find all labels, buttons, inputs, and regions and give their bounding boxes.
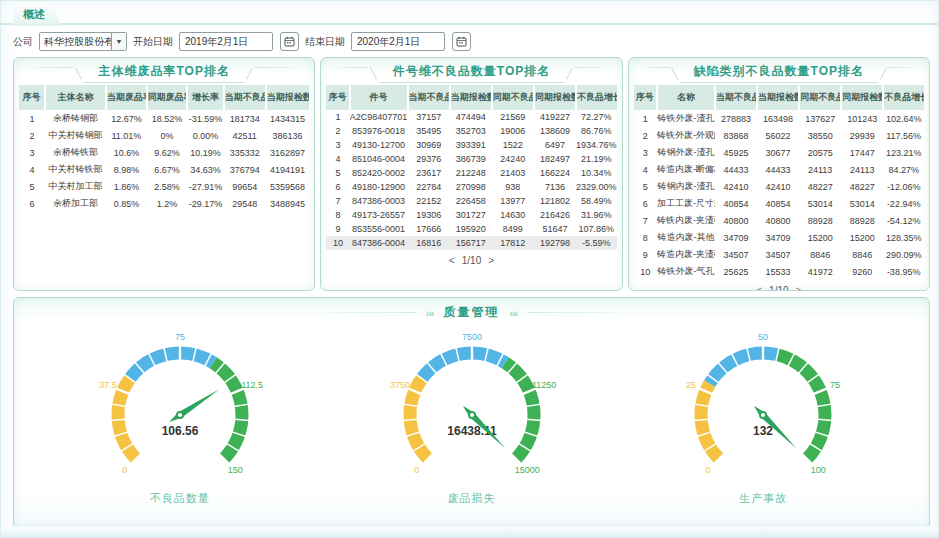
table-cell: 419227 (534, 110, 576, 124)
table-cell: 15200 (841, 229, 883, 246)
panel-title-row: 件号维不良品数量TOP排名 (332, 64, 610, 82)
table-cell: 23617 (408, 166, 450, 180)
table-cell: 393391 (450, 138, 492, 152)
end-date-label: 结束日期 (305, 35, 345, 49)
table-cell: 156717 (450, 236, 492, 250)
table-row: 7铸铁内废-夹渣砂40800408008892888928-54.12% (634, 212, 924, 229)
table-cell: 4 (19, 161, 45, 178)
end-date-input[interactable]: 2020年2月1日 (351, 32, 445, 51)
table-cell: 84.27% (883, 161, 924, 178)
table-cell: 166224 (534, 166, 576, 180)
gauge-tick-label: 37.5 (99, 380, 117, 390)
table-cell: 163498 (757, 110, 799, 127)
gauge-defective-quantity: 037.575112.5150106.56 不良品数量 (34, 325, 326, 506)
table-cell: 6.67% (147, 161, 188, 178)
table-row: 5铸钢内废-渣孔42410424104822748227-12.06% (634, 178, 924, 195)
table-cell: 3162897 (266, 144, 310, 161)
table-cell: 34709 (715, 229, 757, 246)
table-cell: 加工工废-尺寸超差 (657, 195, 715, 212)
next-page-button[interactable]: > (483, 255, 499, 266)
table-cell: 101243 (841, 110, 883, 127)
panel-part-defect-top: 件号维不良品数量TOP排名 序号件号当期不良品数当期报检数同期不良品数同期报检数… (320, 57, 622, 291)
table-cell: 11.01% (106, 127, 147, 144)
table-cell: 24113 (799, 161, 841, 178)
table-cell: 852420-0002 (350, 166, 408, 180)
title-line (889, 67, 918, 68)
pagination: <1/10> (326, 255, 616, 266)
table-row: 7847386-0003221522264581397712180258.49% (326, 194, 616, 208)
table-cell: 17447 (841, 144, 883, 161)
company-select-value: 科华控股股份有限 (40, 35, 111, 49)
next-page-button[interactable]: > (791, 285, 807, 291)
gauge-tick-label: 11250 (531, 380, 555, 390)
column-header: 名称 (657, 85, 715, 110)
table-cell: 0% (147, 127, 188, 144)
table-cell: 2329.00% (576, 180, 617, 194)
table-cell: -29.17% (187, 195, 223, 212)
table-cell: 34507 (715, 246, 757, 263)
end-date-calendar-button[interactable] (452, 32, 471, 51)
start-date-calendar-button[interactable] (280, 32, 299, 51)
quality-header: ››› 质量管理 ‹‹‹ (14, 298, 929, 321)
table-cell: -5.59% (576, 236, 617, 250)
table-cell: 余桥铸铁部 (45, 144, 106, 161)
table-cell: 45925 (715, 144, 757, 161)
column-header: 当期不良品数 (715, 85, 757, 110)
gauge-value: 106.56 (161, 424, 198, 438)
gauge-tick-label: 50 (758, 332, 768, 342)
chevrons-left-icon: ‹‹‹ (510, 307, 518, 319)
column-header: 不良品增长率 (883, 85, 924, 110)
table-cell: 21.19% (576, 152, 617, 166)
table-cell: 25625 (715, 263, 757, 280)
column-header: 增长率 (187, 85, 223, 110)
table-cell: 18.52% (147, 110, 188, 127)
table-cell: -31.59% (187, 110, 223, 127)
tab-overview[interactable]: 概述 (13, 4, 61, 26)
table-cell: 15200 (799, 229, 841, 246)
chevron-down-icon[interactable]: ▼ (111, 33, 126, 50)
gauge-tick-label: 0 (706, 465, 711, 475)
table-cell: -27.91% (187, 178, 223, 195)
table-cell: 853976-0018 (350, 124, 408, 138)
table-cell: 5 (634, 178, 657, 195)
column-header: 序号 (634, 85, 657, 110)
table-cell: 352703 (450, 124, 492, 138)
prev-page-button[interactable]: < (444, 255, 460, 266)
company-select[interactable]: 科华控股股份有限 ▼ (39, 32, 127, 51)
table-cell: -22.94% (883, 195, 924, 212)
gauge-chart: 037.575112.5150106.56 (65, 325, 295, 483)
gauge-pivot (177, 412, 183, 418)
table-row: 3铸钢外废-渣孔45925306772057517447123.21% (634, 144, 924, 161)
scrap-rate-table: 序号主体名称当期废品率同期废品率增长率当期不良品数当期报检数 1余桥铸钢部12.… (19, 85, 309, 212)
column-header: 同期报检数 (534, 85, 576, 110)
table-header-row: 序号名称当期不良品数当期报检数同期不良品数同期报检数不良品增长率 (634, 85, 924, 110)
table-cell: 99654 (224, 178, 266, 195)
start-date-label: 开始日期 (133, 35, 173, 49)
table-row: 1铸铁外废-渣孔278883163498137627101243102.64% (634, 110, 924, 127)
table-cell: 20575 (799, 144, 841, 161)
gauge-tick-label: 150 (227, 465, 242, 475)
table-cell: 851046-0004 (350, 152, 408, 166)
table-cell: 216426 (534, 208, 576, 222)
table-cell: 58.49% (576, 194, 617, 208)
column-header: 同期废品率 (147, 85, 188, 110)
title-line (255, 67, 303, 68)
gauge-caption: 生产事故 (617, 491, 909, 506)
table-cell: 8 (326, 208, 349, 222)
prev-page-button[interactable]: < (751, 285, 767, 291)
column-header: 序号 (19, 85, 45, 110)
page-indicator: 1/10 (460, 255, 483, 266)
start-date-input[interactable]: 2019年2月1日 (179, 32, 273, 51)
table-cell: 10.34% (576, 166, 617, 180)
table-cell: 5359568 (266, 178, 310, 195)
table-cell: 15533 (757, 263, 799, 280)
table-cell: 9 (326, 222, 349, 236)
title-line (332, 67, 367, 68)
table-row: 9853556-000117666195920849951647107.86% (326, 222, 616, 236)
panel-title: 缺陷类别不良品数量TOP排名 (680, 63, 878, 83)
table-row: 649180-129002278427099893871362329.00% (326, 180, 616, 194)
table-cell: 195920 (450, 222, 492, 236)
title-slant (370, 67, 377, 79)
table-cell: 1522 (492, 138, 534, 152)
table-cell: 7136 (534, 180, 576, 194)
